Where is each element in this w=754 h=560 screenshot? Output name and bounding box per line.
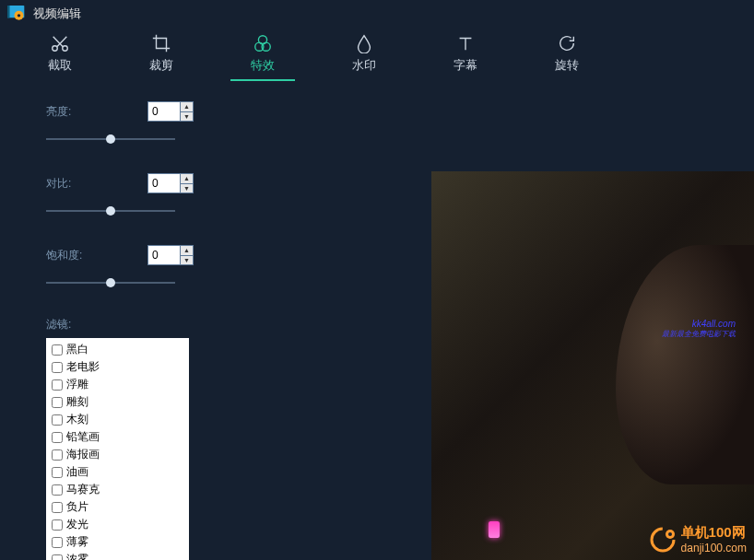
filter-checkbox[interactable] (52, 432, 63, 443)
filter-checkbox[interactable] (52, 379, 63, 391)
saturation-input[interactable] (148, 246, 180, 264)
saturation-spinner[interactable]: ▲▼ (147, 245, 194, 265)
filter-item[interactable]: 雕刻 (52, 393, 183, 411)
rotate-icon (557, 33, 577, 53)
scissors-icon (50, 33, 70, 53)
preview-overlay-text: kk4all.com 最新最全免费电影下载 (662, 319, 736, 339)
tab-subtitle[interactable]: 字幕 (433, 28, 498, 79)
brightness-input[interactable] (148, 102, 180, 121)
filter-item[interactable]: 马赛克 (52, 481, 183, 498)
filter-item-label: 木刻 (66, 412, 88, 427)
filter-item-label: 海报画 (66, 447, 100, 462)
svg-point-11 (668, 532, 672, 536)
effects-panel: 亮度: ▲▼ 对比: ▲▼ (0, 83, 203, 560)
filter-item-label: 浮雕 (66, 377, 88, 392)
filter-checkbox[interactable] (52, 362, 63, 373)
filter-item-label: 老电影 (66, 359, 100, 375)
spin-down-icon[interactable]: ▼ (181, 184, 193, 193)
filter-checkbox[interactable] (52, 502, 63, 513)
slider-thumb[interactable] (106, 134, 115, 144)
contrast-row: 对比: ▲▼ (46, 173, 194, 217)
filter-item-label: 铅笔画 (66, 429, 100, 445)
filter-checkbox[interactable] (52, 467, 63, 478)
brightness-spinner[interactable]: ▲▼ (147, 101, 194, 122)
tab-effects[interactable]: 特效 (230, 28, 295, 79)
preview-artifact (489, 521, 500, 538)
contrast-label: 对比: (46, 176, 71, 192)
filter-item[interactable]: 老电影 (52, 358, 183, 376)
brightness-label: 亮度: (46, 104, 71, 120)
text-icon (455, 33, 476, 53)
filter-item[interactable]: 浮雕 (52, 376, 183, 393)
brightness-slider[interactable] (46, 133, 175, 146)
filter-item[interactable]: 发光 (52, 516, 183, 533)
effects-icon (253, 33, 273, 53)
slider-thumb[interactable] (106, 278, 115, 287)
tabs: 截取 裁剪 特效 水印 字幕 旋转 (0, 28, 754, 79)
filter-section: 滤镜: 黑白老电影浮雕雕刻木刻铅笔画海报画油画马赛克负片发光薄雾浓雾动态模糊 (46, 317, 194, 560)
video-preview: kk4all.com 最新最全免费电影下载 (431, 171, 754, 560)
filter-item[interactable]: 海报画 (52, 446, 183, 463)
filter-checkbox[interactable] (52, 484, 63, 496)
filter-checkbox[interactable] (52, 554, 63, 561)
spin-up-icon[interactable]: ▲ (181, 246, 193, 256)
filter-checkbox[interactable] (52, 537, 63, 548)
filter-item[interactable]: 铅笔画 (52, 428, 183, 446)
filter-checkbox[interactable] (52, 397, 63, 408)
app-title: 视频编辑 (33, 6, 81, 22)
saturation-row: 饱和度: ▲▼ (46, 245, 194, 289)
source-watermark: 单机100网 danji100.com (650, 524, 747, 554)
app-icon (7, 6, 26, 22)
tab-watermark[interactable]: 水印 (332, 28, 396, 79)
svg-rect-1 (7, 6, 9, 18)
filter-item-label: 马赛克 (66, 482, 100, 497)
filter-item-label: 浓雾 (66, 552, 88, 560)
svg-point-4 (53, 46, 58, 52)
tab-cut[interactable]: 截取 (28, 28, 92, 79)
saturation-slider[interactable] (46, 276, 175, 289)
filter-checkbox[interactable] (52, 344, 63, 356)
spin-down-icon[interactable]: ▼ (181, 256, 193, 265)
droplet-icon (354, 33, 374, 53)
filter-item-label: 发光 (66, 517, 88, 532)
svg-point-5 (63, 46, 68, 52)
filter-item[interactable]: 黑白 (52, 341, 183, 358)
spin-up-icon[interactable]: ▲ (181, 174, 193, 184)
filter-checkbox[interactable] (52, 414, 63, 426)
contrast-input[interactable] (148, 174, 180, 192)
filter-item-label: 黑白 (66, 342, 88, 357)
filter-item[interactable]: 木刻 (52, 411, 183, 428)
tab-crop[interactable]: 裁剪 (129, 28, 194, 79)
spin-down-icon[interactable]: ▼ (181, 112, 193, 122)
source-logo-icon (650, 527, 676, 553)
titlebar: 视频编辑 (0, 0, 754, 28)
slider-thumb[interactable] (106, 206, 115, 216)
filter-checkbox[interactable] (52, 449, 63, 461)
source-site-url: danji100.com (681, 542, 747, 554)
filter-item-label: 油画 (66, 464, 88, 480)
tab-rotate[interactable]: 旋转 (535, 28, 599, 79)
filter-checkbox[interactable] (52, 519, 63, 531)
filter-item-label: 雕刻 (66, 394, 88, 410)
filter-item[interactable]: 浓雾 (52, 551, 183, 560)
contrast-slider[interactable] (46, 204, 175, 217)
filter-item[interactable]: 负片 (52, 498, 183, 516)
filter-item[interactable]: 薄雾 (52, 533, 183, 551)
crop-icon (151, 33, 171, 53)
contrast-spinner[interactable]: ▲▼ (147, 173, 194, 193)
brightness-row: 亮度: ▲▼ (46, 101, 194, 146)
filter-label: 滤镜: (46, 317, 194, 332)
filter-item-label: 负片 (66, 499, 88, 515)
source-site-name: 单机100网 (681, 524, 746, 540)
spin-up-icon[interactable]: ▲ (181, 102, 193, 112)
filter-listbox: 黑白老电影浮雕雕刻木刻铅笔画海报画油画马赛克负片发光薄雾浓雾动态模糊 (46, 338, 189, 560)
svg-point-3 (18, 14, 20, 17)
filter-item-label: 薄雾 (66, 534, 88, 550)
filter-item[interactable]: 油画 (52, 463, 183, 481)
saturation-label: 饱和度: (46, 248, 82, 263)
